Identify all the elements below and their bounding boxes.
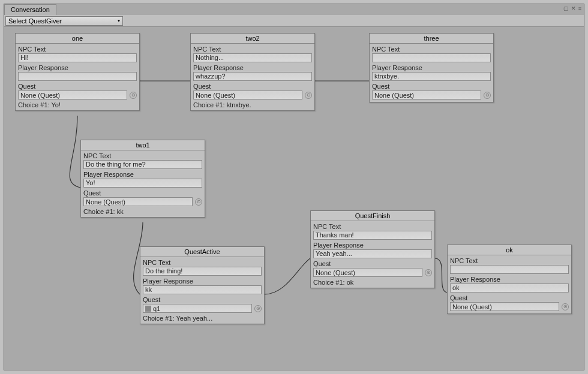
npc-text-input[interactable]: Do the thing for me? [83, 160, 202, 169]
node-questactive[interactable]: QuestActiveNPC TextDo the thing!Player R… [140, 246, 265, 324]
window-controls: ▢ ✕ ≡ [563, 5, 581, 11]
quest-input[interactable]: None (Quest) [193, 91, 302, 99]
tab-strip: Conversation ▢ ✕ ≡ [4, 4, 584, 15]
player-response-input[interactable] [18, 72, 137, 81]
quest-label: Quest [83, 189, 202, 197]
quest-value: q1 [153, 305, 160, 312]
player-response-input[interactable]: Yo! [83, 179, 202, 188]
node-two2[interactable]: two2NPC TextNothing...Player Responsewha… [190, 33, 315, 111]
node-title[interactable]: three [370, 34, 493, 44]
player-response-input[interactable]: ktnxbye. [372, 72, 491, 81]
quest-input[interactable]: None (Quest) [313, 268, 422, 277]
chevron-down-icon: ▾ [118, 18, 120, 23]
npc-text-label: NPC Text [372, 45, 491, 53]
node-body: NPC TextHi!Player ResponseQuestNone (Que… [16, 44, 139, 110]
npc-text-input[interactable]: Thanks man! [313, 231, 432, 240]
npc-text-input[interactable] [372, 53, 491, 62]
npc-text-label: NPC Text [313, 222, 432, 231]
node-title[interactable]: two1 [81, 140, 205, 150]
quest-label: Quest [372, 82, 491, 91]
choice-text: Choice #1: Yo! [18, 101, 137, 109]
node-two1[interactable]: two1NPC TextDo the thing for me?Player R… [80, 140, 205, 218]
quest-label: Quest [143, 295, 262, 304]
toolbar: Select QuestGiver ▾ [4, 15, 584, 27]
choice-text: Choice #1: ktnxbye. [193, 101, 312, 109]
quest-row: None (Quest)⊙ [193, 91, 312, 99]
quest-input[interactable]: None (Quest) [18, 91, 127, 99]
node-body: NPC TextPlayer ResponseokQuestNone (Ques… [448, 255, 571, 313]
dropdown-label: Select QuestGiver [8, 17, 62, 25]
object-picker-icon[interactable]: ⊙ [562, 303, 569, 310]
player-response-input[interactable]: kk [143, 285, 262, 294]
player-response-label: Player Response [372, 64, 491, 72]
quest-value: None (Quest) [452, 303, 492, 310]
quest-input[interactable]: None (Quest) [83, 197, 193, 206]
player-response-label: Player Response [193, 64, 312, 72]
node-title[interactable]: QuestFinish [311, 211, 434, 221]
node-body: NPC TextNothing...Player Responsewhazzup… [191, 44, 314, 110]
graph-canvas[interactable]: oneNPC TextHi!Player ResponseQuestNone (… [4, 27, 584, 370]
node-one[interactable]: oneNPC TextHi!Player ResponseQuestNone (… [15, 33, 140, 111]
npc-text-label: NPC Text [83, 152, 202, 160]
npc-text-label: NPC Text [18, 45, 137, 53]
quest-label: Quest [313, 260, 432, 268]
node-title[interactable]: QuestActive [140, 247, 264, 257]
npc-text-input[interactable]: Nothing... [193, 53, 312, 62]
choice-text: Choice #1: kk [83, 207, 202, 216]
player-response-label: Player Response [450, 275, 569, 283]
node-title[interactable]: ok [448, 245, 571, 255]
quest-row: q1⊙ [143, 304, 262, 313]
player-response-input[interactable]: whazzup? [193, 72, 312, 81]
node-ok[interactable]: okNPC TextPlayer ResponseokQuestNone (Qu… [447, 245, 572, 314]
tab-conversation[interactable]: Conversation [4, 4, 56, 15]
node-body: NPC TextThanks man!Player ResponseYeah y… [311, 221, 434, 288]
quest-value: None (Quest) [86, 198, 125, 206]
object-picker-icon[interactable]: ⊙ [484, 92, 491, 99]
quest-row: None (Quest)⊙ [83, 197, 202, 206]
quest-input[interactable]: None (Quest) [450, 302, 559, 311]
node-body: NPC TextDo the thing!Player ResponsekkQu… [140, 257, 264, 324]
object-picker-icon[interactable]: ⊙ [305, 92, 312, 99]
quest-value: None (Quest) [20, 92, 60, 99]
npc-text-label: NPC Text [193, 45, 312, 53]
player-response-label: Player Response [83, 170, 202, 179]
questgiver-dropdown[interactable]: Select QuestGiver ▾ [5, 16, 123, 26]
node-three[interactable]: threeNPC TextPlayer Responsektnxbye.Ques… [369, 33, 494, 102]
editor-window: Conversation ▢ ✕ ≡ Select QuestGiver ▾ o… [4, 4, 584, 370]
quest-row: None (Quest)⊙ [372, 91, 491, 99]
quest-input[interactable]: None (Quest) [372, 91, 481, 99]
npc-text-input[interactable]: Hi! [18, 53, 137, 62]
quest-asset-icon [145, 306, 151, 312]
npc-text-input[interactable] [450, 265, 569, 274]
object-picker-icon[interactable]: ⊙ [425, 269, 432, 276]
player-response-input[interactable]: Yeah yeah... [313, 249, 432, 258]
node-body: NPC TextDo the thing for me?Player Respo… [81, 150, 205, 217]
npc-text-label: NPC Text [143, 258, 262, 267]
menu-icon[interactable]: ≡ [578, 5, 581, 11]
player-response-label: Player Response [18, 64, 137, 72]
object-picker-icon[interactable]: ⊙ [254, 305, 262, 312]
node-body: NPC TextPlayer Responsektnxbye.QuestNone… [370, 44, 493, 102]
npc-text-input[interactable]: Do the thing! [143, 267, 262, 276]
dock-icon[interactable]: ▢ [563, 5, 569, 11]
quest-row: None (Quest)⊙ [313, 268, 432, 277]
choice-text: Choice #1: ok [313, 278, 432, 286]
node-title[interactable]: one [16, 34, 139, 44]
quest-input[interactable]: q1 [143, 304, 252, 313]
quest-row: None (Quest)⊙ [18, 91, 137, 99]
quest-value: None (Quest) [374, 92, 414, 99]
quest-label: Quest [193, 82, 312, 91]
object-picker-icon[interactable]: ⊙ [130, 92, 137, 99]
quest-label: Quest [18, 82, 137, 91]
player-response-input[interactable]: ok [450, 283, 569, 292]
npc-text-label: NPC Text [450, 257, 569, 265]
player-response-label: Player Response [313, 241, 432, 249]
node-questfinish[interactable]: QuestFinishNPC TextThanks man!Player Res… [310, 210, 435, 288]
quest-row: None (Quest)⊙ [450, 302, 569, 311]
choice-text: Choice #1: Yeah yeah... [143, 314, 262, 322]
node-title[interactable]: two2 [191, 34, 314, 44]
player-response-label: Player Response [143, 277, 262, 285]
close-icon[interactable]: ✕ [571, 5, 576, 11]
object-picker-icon[interactable]: ⊙ [195, 198, 202, 206]
quest-value: None (Quest) [196, 92, 235, 99]
